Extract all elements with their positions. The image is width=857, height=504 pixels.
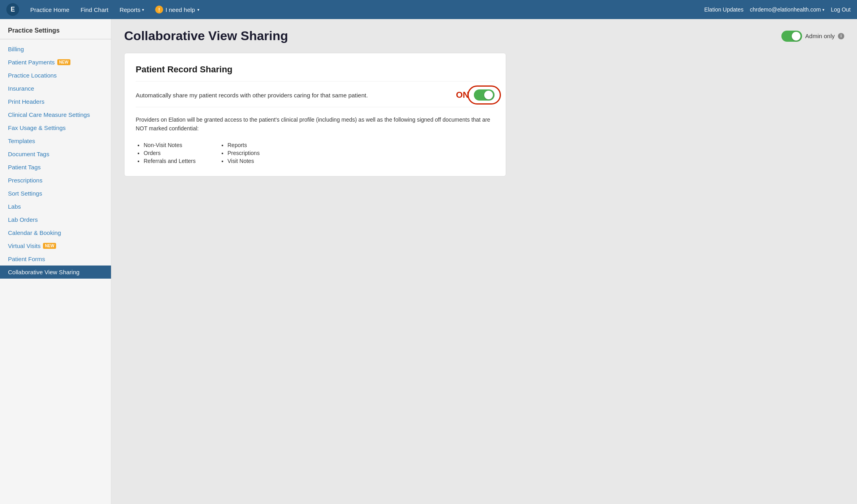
list-col1: Non-Visit NotesOrdersReferrals and Lette… (136, 141, 196, 165)
sidebar-item-label-print-headers: Print Headers (8, 98, 45, 105)
user-email-link[interactable]: chrdemo@elationhealth.com ▾ (750, 6, 824, 13)
sidebar-item-label-labs: Labs (8, 203, 21, 210)
sidebar-item-label-patient-payments: Patient Payments (8, 59, 55, 66)
sidebar-item-practice-locations[interactable]: Practice Locations (0, 69, 111, 82)
sidebar-item-virtual-visits[interactable]: Virtual VisitsNew (0, 239, 111, 252)
sidebar-item-fax-usage-settings[interactable]: Fax Usage & Settings (0, 121, 111, 134)
sharing-toggle-area: ON (456, 89, 495, 101)
admin-only-area: Admin only i (781, 31, 844, 42)
sidebar-item-label-sort-settings: Sort Settings (8, 190, 42, 197)
list-item: Orders (144, 149, 196, 157)
help-chevron-icon: ▾ (197, 8, 199, 12)
card-description: Providers on Elation will be granted acc… (136, 115, 495, 133)
sidebar-item-prescriptions[interactable]: Prescriptions (0, 174, 111, 187)
lists-container: Non-Visit NotesOrdersReferrals and Lette… (136, 141, 495, 165)
reports-chevron-icon: ▾ (142, 8, 144, 12)
sidebar-item-label-lab-orders: Lab Orders (8, 216, 38, 223)
sidebar-item-sort-settings[interactable]: Sort Settings (0, 187, 111, 200)
sidebar-item-label-insurance: Insurance (8, 85, 34, 92)
sidebar-item-label-patient-tags: Patient Tags (8, 164, 41, 171)
nav-practice-home[interactable]: Practice Home (25, 3, 74, 16)
sidebar-item-print-headers[interactable]: Print Headers (0, 95, 111, 108)
list-item: Referrals and Letters (144, 157, 196, 165)
sidebar-item-templates[interactable]: Templates (0, 134, 111, 147)
sharing-row: Automatically share my patient records w… (136, 89, 495, 107)
sidebar-item-clinical-care-measure-settings[interactable]: Clinical Care Measure Settings (0, 108, 111, 121)
sidebar-item-label-patient-forms: Patient Forms (8, 256, 45, 262)
sharing-description: Automatically share my patient records w… (136, 92, 446, 99)
sidebar-item-labs[interactable]: Labs (0, 200, 111, 213)
sidebar-item-label-templates: Templates (8, 138, 35, 144)
admin-toggle[interactable] (781, 31, 802, 42)
list-item: Non-Visit Notes (144, 141, 196, 149)
sidebar-item-label-clinical-care-measure-settings: Clinical Care Measure Settings (8, 111, 90, 118)
nav-reports[interactable]: Reports ▾ (115, 3, 149, 16)
sidebar-item-label-fax-usage-settings: Fax Usage & Settings (8, 124, 66, 131)
list-item: Prescriptions (228, 149, 260, 157)
page-header: Collaborative View Sharing Admin only i (124, 29, 844, 43)
nav-find-chart[interactable]: Find Chart (76, 3, 113, 16)
sidebar-item-label-prescriptions: Prescriptions (8, 177, 43, 184)
nav-right: Elation Updates chrdemo@elationhealth.co… (704, 6, 851, 13)
sidebar-item-lab-orders[interactable]: Lab Orders (0, 213, 111, 226)
sidebar-item-insurance[interactable]: Insurance (0, 82, 111, 95)
sidebar-item-label-collaborative-view-sharing: Collaborative View Sharing (8, 269, 80, 275)
sharing-toggle[interactable] (474, 89, 495, 101)
admin-only-label: Admin only (805, 33, 835, 39)
card-title: Patient Record Sharing (136, 64, 495, 81)
sidebar-item-calendar-booking[interactable]: Calendar & Booking (0, 226, 111, 239)
admin-info-icon[interactable]: i (838, 33, 844, 39)
patient-record-sharing-card: Patient Record Sharing Automatically sha… (124, 53, 506, 176)
sidebar-item-label-calendar-booking: Calendar & Booking (8, 229, 61, 236)
user-chevron-icon: ▾ (822, 8, 824, 12)
new-badge-virtual-visits: New (43, 243, 56, 249)
sidebar-item-label-document-tags: Document Tags (8, 151, 49, 157)
elation-logo[interactable]: E (6, 3, 19, 16)
sidebar-item-label-billing: Billing (8, 46, 24, 52)
top-navigation: E Practice Home Find Chart Reports ▾ ! I… (0, 0, 857, 19)
toggle-highlighted-wrapper (474, 89, 495, 101)
admin-toggle-slider (781, 31, 802, 42)
sidebar: Practice Settings BillingPatient Payment… (0, 19, 111, 504)
on-label: ON (456, 90, 469, 100)
list-col2: ReportsPrescriptionsVisit Notes (220, 141, 260, 165)
list-item: Reports (228, 141, 260, 149)
new-badge-patient-payments: New (57, 59, 70, 65)
sidebar-item-collaborative-view-sharing[interactable]: Collaborative View Sharing (0, 266, 111, 279)
nav-links: Practice Home Find Chart Reports ▾ ! I n… (25, 2, 704, 17)
sidebar-items: BillingPatient PaymentsNewPractice Locat… (0, 43, 111, 279)
list-item: Visit Notes (228, 157, 260, 165)
logout-link[interactable]: Log Out (831, 6, 851, 13)
page-title: Collaborative View Sharing (124, 29, 288, 43)
sidebar-item-label-practice-locations: Practice Locations (8, 72, 57, 79)
sidebar-item-document-tags[interactable]: Document Tags (0, 147, 111, 161)
main-content: Collaborative View Sharing Admin only i … (111, 19, 857, 504)
sidebar-item-billing[interactable]: Billing (0, 43, 111, 56)
elation-updates-link[interactable]: Elation Updates (704, 6, 744, 13)
warning-icon: ! (155, 6, 163, 14)
sidebar-item-patient-forms[interactable]: Patient Forms (0, 252, 111, 266)
sidebar-item-patient-tags[interactable]: Patient Tags (0, 161, 111, 174)
sidebar-title: Practice Settings (0, 27, 111, 39)
sidebar-item-label-virtual-visits: Virtual Visits (8, 242, 41, 249)
page-layout: Practice Settings BillingPatient Payment… (0, 19, 857, 504)
sidebar-item-patient-payments[interactable]: Patient PaymentsNew (0, 56, 111, 69)
i-need-help-button[interactable]: ! I need help ▾ (150, 2, 204, 17)
sharing-toggle-slider (474, 89, 495, 101)
